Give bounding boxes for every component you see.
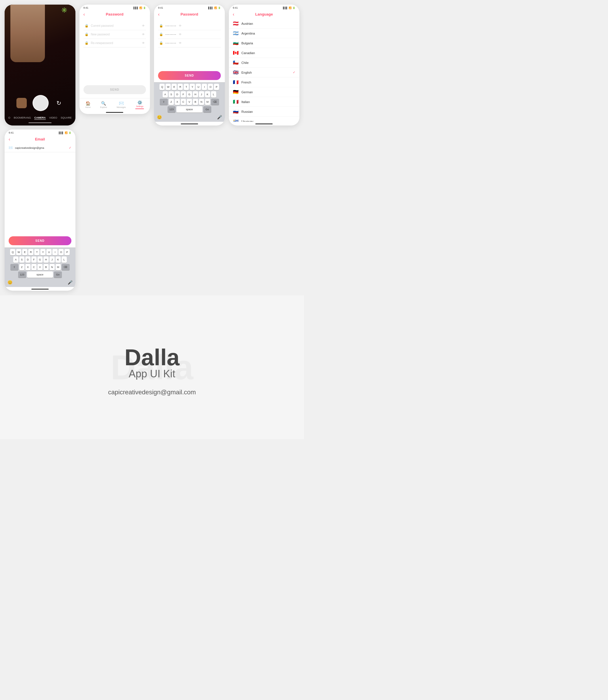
email-shift-key[interactable]: ⇧ xyxy=(11,264,18,270)
key-R[interactable]: R xyxy=(178,84,183,90)
email-key-S[interactable]: S xyxy=(19,256,24,263)
current-password-field[interactable]: 🔒 Current password 👁 xyxy=(83,22,146,30)
eye-icon[interactable]: 👁 xyxy=(142,24,145,27)
email-key-G[interactable]: G xyxy=(37,256,43,263)
email-key-O[interactable]: O xyxy=(58,249,64,255)
eye-icon-2[interactable]: 👁 xyxy=(142,33,145,36)
back-button-email[interactable]: ‹ xyxy=(8,137,10,142)
back-button-2[interactable]: ‹ xyxy=(158,12,159,17)
email-key-W[interactable]: W xyxy=(16,249,21,255)
send-button[interactable]: SEND xyxy=(83,85,146,94)
nav-home[interactable]: 🏠Home xyxy=(85,101,91,108)
emoji-key[interactable]: 😊 xyxy=(157,115,162,119)
space-key[interactable]: space xyxy=(176,106,202,113)
mode-o[interactable]: O xyxy=(8,116,11,120)
email-key-A[interactable]: A xyxy=(13,256,18,263)
email-key-L[interactable]: L xyxy=(62,256,67,263)
current-pass-filled[interactable]: 🔒 •••••••• 👁 xyxy=(158,22,221,30)
key-K[interactable]: K xyxy=(205,91,210,98)
lang-canadian[interactable]: 🇨🇦 Canadian xyxy=(229,48,300,58)
key-C[interactable]: C xyxy=(181,99,186,105)
numbers-key[interactable]: 123 xyxy=(168,106,176,113)
email-key-V[interactable]: V xyxy=(37,264,43,270)
email-mic-key[interactable]: 🎤 xyxy=(68,280,73,285)
lang-argentina[interactable]: 🇦🇷 Argentina xyxy=(229,28,300,38)
key-E[interactable]: E xyxy=(172,84,177,90)
email-key-K[interactable]: K xyxy=(56,256,61,263)
email-key-C[interactable]: C xyxy=(31,264,37,270)
email-key-P[interactable]: P xyxy=(64,249,70,255)
flip-camera-icon[interactable]: ↻ xyxy=(54,98,64,108)
lang-russian[interactable]: 🇷🇺 Russian xyxy=(229,107,300,117)
back-button[interactable]: ‹ xyxy=(83,12,85,17)
key-D[interactable]: D xyxy=(175,91,180,98)
mode-square[interactable]: SQUARE xyxy=(61,116,72,120)
lang-french[interactable]: 🇫🇷 French xyxy=(229,77,300,87)
nav-messages[interactable]: ✉️Messages xyxy=(117,101,126,108)
key-F[interactable]: F xyxy=(181,91,186,98)
email-key-H[interactable]: H xyxy=(43,256,49,263)
key-O[interactable]: O xyxy=(208,84,213,90)
mode-boomerang[interactable]: BOOMERANG xyxy=(14,116,31,120)
key-A[interactable]: A xyxy=(163,91,168,98)
nav-settings[interactable]: ⚙️Settings xyxy=(135,100,144,109)
eye-icon-f3[interactable]: 👁 xyxy=(179,41,182,45)
lang-italian[interactable]: 🇮🇹 Italian xyxy=(229,97,300,107)
email-go-key[interactable]: Go xyxy=(54,271,62,278)
mode-video[interactable]: VIDEO xyxy=(49,116,57,120)
key-U[interactable]: U xyxy=(196,84,201,90)
send-button-filled[interactable]: SEND xyxy=(158,71,221,80)
email-numbers-key[interactable]: 123 xyxy=(18,271,26,278)
key-H[interactable]: H xyxy=(193,91,198,98)
key-J[interactable]: J xyxy=(199,91,204,98)
eye-icon-f2[interactable]: 👁 xyxy=(179,33,182,36)
new-password-field[interactable]: 🔒 New password 👁 xyxy=(83,30,146,39)
email-delete-key[interactable]: ⌫ xyxy=(62,264,70,270)
email-key-U[interactable]: U xyxy=(46,249,52,255)
email-key-E[interactable]: E xyxy=(22,249,27,255)
key-P[interactable]: P xyxy=(214,84,219,90)
eye-icon-f1[interactable]: 👁 xyxy=(179,24,182,27)
email-key-D[interactable]: D xyxy=(25,256,31,263)
email-key-Y[interactable]: Y xyxy=(40,249,45,255)
email-key-T[interactable]: T xyxy=(34,249,39,255)
email-space-key[interactable]: space xyxy=(27,271,53,278)
lang-uruguay[interactable]: 🇺🇾 Uruguay xyxy=(229,117,300,122)
lang-austrian[interactable]: 🇦🇹 Austrian xyxy=(229,19,300,28)
renewpassword-field[interactable]: 🔒 Re-newpassword 👁 xyxy=(83,39,146,47)
email-field[interactable]: ✉️ capicreativedesign@gma ✓ xyxy=(5,143,75,152)
email-key-Q[interactable]: Q xyxy=(10,249,15,255)
back-button-lang[interactable]: ‹ xyxy=(233,12,234,17)
key-I[interactable]: I xyxy=(202,84,207,90)
shift-key[interactable]: ⇧ xyxy=(160,99,168,105)
email-emoji-key[interactable]: 😊 xyxy=(7,280,12,285)
email-send-button[interactable]: SEND xyxy=(8,236,71,245)
email-key-R[interactable]: R xyxy=(28,249,33,255)
email-key-J[interactable]: J xyxy=(50,256,55,263)
key-M[interactable]: M xyxy=(205,99,210,105)
key-T[interactable]: T xyxy=(184,84,189,90)
key-W[interactable]: W xyxy=(166,84,171,90)
email-key-X[interactable]: X xyxy=(25,264,31,270)
email-key-M[interactable]: M xyxy=(56,264,61,270)
key-B[interactable]: B xyxy=(193,99,198,105)
nav-explore[interactable]: 🔍Explore xyxy=(100,101,107,108)
key-X[interactable]: X xyxy=(175,99,180,105)
key-Y[interactable]: Y xyxy=(190,84,195,90)
shutter-button[interactable] xyxy=(33,95,49,111)
email-key-B[interactable]: B xyxy=(43,264,49,270)
mode-camera[interactable]: CAMERA xyxy=(34,116,46,120)
key-G[interactable]: G xyxy=(187,91,192,98)
renew-pass-filled[interactable]: 🔒 •••••••• 👁 xyxy=(158,39,221,47)
delete-key[interactable]: ⌫ xyxy=(211,99,219,105)
email-key-F[interactable]: F xyxy=(31,256,37,263)
email-key-I[interactable]: I xyxy=(52,249,58,255)
key-N[interactable]: N xyxy=(199,99,204,105)
email-key-Z[interactable]: Z xyxy=(19,264,24,270)
lang-bulgaria[interactable]: 🇧🇬 Bulgaria xyxy=(229,38,300,48)
mic-key[interactable]: 🎤 xyxy=(217,115,222,119)
go-key[interactable]: Go xyxy=(203,106,211,113)
key-Q[interactable]: Q xyxy=(159,84,165,90)
lang-german[interactable]: 🇩🇪 German xyxy=(229,87,300,97)
avatar[interactable] xyxy=(16,98,27,108)
